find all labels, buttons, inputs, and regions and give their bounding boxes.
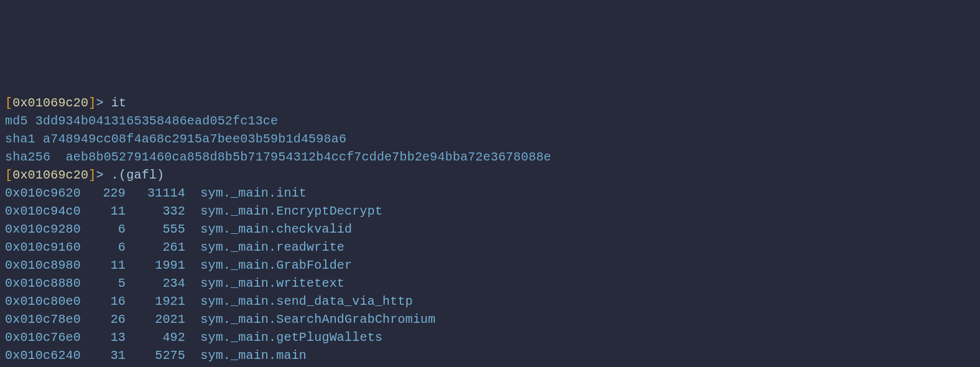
function-row: 0x010c76e0 13 492 sym._main.getPlugWalle… (5, 328, 975, 346)
function-address: 0x010c80e0 (5, 294, 81, 309)
sha1-label: sha1 (5, 132, 35, 146)
sha1-value: a748949cc08f4a68c2915a7bee03b59b1d4598a6 (43, 132, 346, 146)
function-row: 0x010c9280 6 555 sym._main.checkvalid (5, 220, 975, 238)
function-address: 0x010c78e0 (5, 312, 81, 327)
function-row: 0x010c78e0 26 2021 sym._main.SearchAndGr… (5, 310, 975, 328)
function-bb-count: 16 (88, 292, 126, 310)
function-bb-count: 6 (88, 238, 126, 256)
function-size: 332 (133, 202, 185, 220)
function-bb-count: 229 (88, 184, 126, 202)
function-name: sym._main.init (193, 186, 307, 200)
function-bb-count: 26 (88, 310, 126, 328)
bracket-close: ] (88, 168, 96, 182)
function-name: sym._main.send_data_via_http (193, 294, 413, 309)
bracket-open: [ (5, 96, 12, 110)
function-size: 167 (133, 365, 185, 367)
function-row: 0x010c6240 31 5275 sym._main.main (5, 346, 975, 365)
function-bb-count: 6 (88, 220, 126, 238)
hash-line-md5: md5 3dd934b0413165358486ead052fc13ce (5, 114, 278, 128)
function-bb-count: 31 (88, 346, 126, 365)
function-size: 261 (133, 238, 185, 256)
function-row: 0x010c8880 5 234 sym._main.writetext (5, 274, 975, 292)
function-bb-count: 11 (88, 202, 126, 220)
function-bb-count: 7 (88, 365, 126, 367)
function-address: 0x010c94c0 (5, 204, 81, 218)
function-row: 0x010c9620 229 31114 sym._main.init (5, 184, 975, 202)
function-size: 2021 (133, 310, 185, 328)
function-size: 31114 (133, 184, 185, 202)
function-name: sym._main.main (193, 348, 307, 363)
function-address: 0x010c9280 (5, 222, 81, 236)
function-size: 5275 (133, 346, 185, 365)
md5-value: 3dd934b0413165358486ead052fc13ce (35, 114, 278, 128)
sha256-value: aeb8b052791460ca858d8b5b717954312b4ccf7c… (66, 150, 552, 164)
function-size: 492 (133, 328, 185, 346)
function-address: 0x010c9620 (5, 186, 81, 200)
function-size: 555 (133, 220, 185, 238)
function-name: sym._main.checkvalid (193, 222, 352, 236)
function-size: 1921 (133, 292, 185, 310)
function-row: 0x010c80e0 16 1921 sym._main.send_data_v… (5, 292, 975, 310)
prompt-line-1[interactable]: [0x01069c20]> it (5, 96, 126, 110)
function-address: 0x010c8880 (5, 276, 81, 290)
prompt-gt: > (96, 96, 103, 110)
prompt-address: 0x01069c20 (12, 96, 88, 110)
function-list: 0x010c9620 229 31114 sym._main.init0x010… (5, 184, 975, 367)
function-name: sym._main.writetext (193, 276, 344, 290)
function-name: sym._main.GrabFolder (193, 258, 352, 272)
bracket-open: [ (5, 168, 12, 182)
function-row: 0x010c8980 11 1991 sym._main.GrabFolder (5, 256, 975, 274)
command-input[interactable]: .(gafl) (111, 168, 164, 182)
function-bb-count: 13 (88, 328, 126, 346)
function-address: 0x010c9160 (5, 240, 81, 254)
terminal-output: [0x01069c20]> it md5 3dd934b041316535848… (5, 76, 975, 367)
function-name: sym._main.readwrite (193, 240, 344, 254)
function-name: sym._main.getPlugWallets (193, 330, 382, 345)
function-bb-count: 5 (88, 274, 126, 292)
hash-line-sha256: sha256 aeb8b052791460ca858d8b5b717954312… (5, 150, 552, 164)
command-input[interactable]: it (111, 96, 126, 110)
prompt-line-2[interactable]: [0x01069c20]> .(gafl) (5, 168, 164, 182)
hash-line-sha1: sha1 a748949cc08f4a68c2915a7bee03b59b1d4… (5, 132, 346, 146)
function-size: 1991 (133, 256, 185, 274)
bracket-close: ] (88, 96, 96, 110)
function-row: 0x010c94c0 11 332 sym._main.EncryptDecry… (5, 202, 975, 220)
md5-label: md5 (5, 114, 28, 128)
function-address: 0x010c8980 (5, 258, 81, 272)
prompt-gt: > (96, 168, 103, 182)
prompt-address: 0x01069c20 (12, 168, 88, 182)
sha256-label: sha256 (5, 150, 50, 164)
function-name: sym._main.EncryptDecrypt (193, 204, 382, 218)
function-bb-count: 11 (88, 256, 126, 274)
function-address: 0x010c6240 (5, 348, 81, 363)
function-name: sym._main.SearchAndGrabChromium (193, 312, 435, 327)
function-size: 234 (133, 274, 185, 292)
function-row: 0x010a5aa0 7 167 sym._net.absDomainName (5, 365, 975, 367)
function-row: 0x010c9160 6 261 sym._main.readwrite (5, 238, 975, 256)
function-address: 0x010c76e0 (5, 330, 81, 345)
